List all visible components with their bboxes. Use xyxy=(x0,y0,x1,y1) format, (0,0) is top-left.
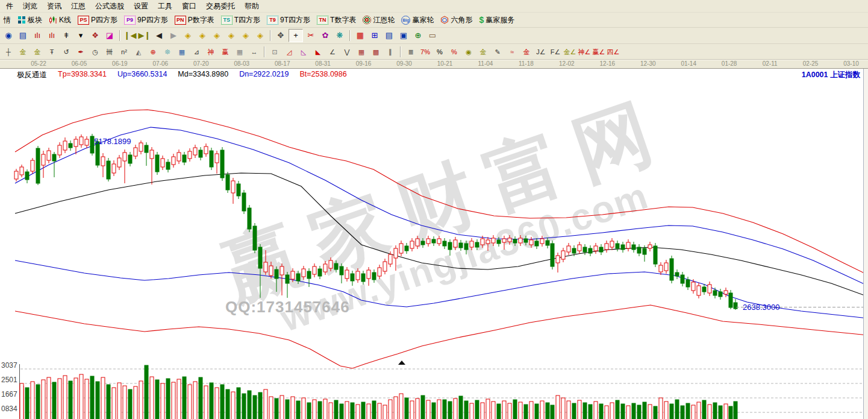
toolbar-item-t-number-table[interactable]: TNT数字表 xyxy=(317,15,356,25)
menu-item-1[interactable]: 浏览 xyxy=(18,1,42,11)
tool-button-cross-tool[interactable]: ┼ xyxy=(2,46,15,58)
tool-button-gold-ruler-1[interactable]: 金 xyxy=(16,46,30,58)
tool-button-gold-lines[interactable]: 金 xyxy=(476,46,490,58)
tool-button-next[interactable]: ▶ xyxy=(167,30,180,42)
tool-button-print[interactable]: ▭ xyxy=(426,30,439,42)
tool-button-mirror[interactable]: ◭ xyxy=(132,46,145,58)
tool-button-comb[interactable]: 卌 xyxy=(103,46,116,58)
tool-button-web[interactable]: ❋ xyxy=(333,30,346,42)
tool-button-calendar[interactable]: ▦ xyxy=(354,30,367,42)
volume-bar xyxy=(605,406,608,419)
tool-button-price-scale[interactable]: ≣ xyxy=(404,46,417,58)
tool-button-first[interactable]: ❙◀ xyxy=(123,30,137,42)
tool-button-box-tool[interactable]: ⊡ xyxy=(268,46,281,58)
toolbar-item-9p-square[interactable]: P99P四方形 xyxy=(124,15,168,25)
tool-button-angle-si[interactable]: 四∠ xyxy=(607,46,620,58)
menu-item-9[interactable]: 帮助 xyxy=(240,1,264,11)
tool-button-angle-ying[interactable]: 赢∠ xyxy=(592,46,605,58)
tool-button-fan-box[interactable]: ◺ xyxy=(297,46,310,58)
tool-button-compass[interactable]: ⊕ xyxy=(146,46,160,58)
tool-button-grid-numbers[interactable]: ▦ xyxy=(233,46,246,58)
tool-button-candle-tool[interactable]: ǂ xyxy=(60,30,73,42)
tool-button-browser[interactable]: ⊕ xyxy=(411,30,425,42)
tool-button-grid-red-1[interactable]: ▦ xyxy=(355,46,368,58)
tool-button-brush[interactable]: ✎ xyxy=(491,46,504,58)
tool-button-gold-circle[interactable]: ◉ xyxy=(462,46,475,58)
tool-button-spiral[interactable]: ↺ xyxy=(60,46,73,58)
toolbar-item-winner-wheel[interactable]: Big赢家轮 xyxy=(401,15,434,25)
chart-canvas[interactable]: 30372501166708345178.18992638.3000 xyxy=(0,69,868,419)
toolbar-item-kline[interactable]: K线 xyxy=(49,15,71,25)
tool-button-diamond-h[interactable]: ◈ xyxy=(210,30,223,42)
toolbar-item-winner-service[interactable]: $赢家服务 xyxy=(479,15,514,25)
tool-button-crosshair[interactable]: + xyxy=(289,29,303,42)
menu-item-8[interactable]: 交易委托 xyxy=(201,1,240,11)
tool-button-diamond-all[interactable]: ◈ xyxy=(254,30,267,42)
tool-button-calculator[interactable]: ⊞ xyxy=(368,30,381,42)
candle-body xyxy=(405,246,408,251)
tool-button-trend-angle[interactable]: ∠ xyxy=(326,46,339,58)
tool-button-angle-shen[interactable]: 神∠ xyxy=(578,46,591,58)
tool-button-find[interactable]: ◉ xyxy=(2,30,15,42)
toolbar-item-p-square[interactable]: PSP四方形 xyxy=(78,15,117,25)
tool-button-k-angle[interactable]: ⊿ xyxy=(190,46,203,58)
tool-button-quote-board[interactable]: ▤ xyxy=(16,30,30,42)
menu-item-2[interactable]: 资讯 xyxy=(42,1,66,11)
tool-button-t-ruler[interactable]: Ŧ xyxy=(45,46,58,58)
tool-button-percent[interactable]: % xyxy=(433,46,446,58)
vertical-scrollbar[interactable] xyxy=(863,69,868,419)
tool-button-prev[interactable]: ◀ xyxy=(152,30,166,42)
tool-button-v-wave[interactable]: ⋁ xyxy=(340,46,354,58)
tool-button-dropdown[interactable]: ▾ xyxy=(74,30,87,42)
menu-item-6[interactable]: 工具 xyxy=(153,1,177,11)
tool-button-fan-lines[interactable]: ◿ xyxy=(283,46,296,58)
tool-button-grid-red-2[interactable]: ▩ xyxy=(369,46,382,58)
tool-button-diamond-left[interactable]: ◈ xyxy=(181,30,195,42)
volume-bar xyxy=(220,385,224,419)
tool-button-ying-tool[interactable]: 赢 xyxy=(219,46,232,58)
tool-button-shen-tool[interactable]: 神 xyxy=(204,46,217,58)
tool-button-h-range[interactable]: ↔ xyxy=(248,46,261,58)
tool-button-clover[interactable]: ✿ xyxy=(319,30,332,42)
toolbar-item-t-square[interactable]: TST四方形 xyxy=(221,15,260,25)
tool-button-last[interactable]: ▶❙ xyxy=(138,30,151,42)
tool-button-notepad[interactable]: ▤ xyxy=(382,30,396,42)
tool-button-color-chart[interactable]: ◪ xyxy=(103,30,116,42)
toolbar-item-9t-square[interactable]: T99T四方形 xyxy=(267,15,310,25)
menu-item-5[interactable]: 设置 xyxy=(129,1,153,11)
tool-button-angle-gold[interactable]: 金∠ xyxy=(563,46,576,58)
tool-button-gold-ruler-2[interactable]: 金 xyxy=(31,46,44,58)
menu-item-7[interactable]: 窗口 xyxy=(177,1,201,11)
toolbar-item-hexagon[interactable]: 六角形 xyxy=(440,15,472,25)
menu-item-0[interactable]: 件 xyxy=(1,1,18,11)
tool-button-parallel[interactable]: ∥ xyxy=(384,46,397,58)
menu-item-3[interactable]: 江恩 xyxy=(66,1,90,11)
toolbar-item-p-number-table[interactable]: PNP数字表 xyxy=(175,15,214,25)
tool-button-gold-box[interactable]: 金 xyxy=(520,46,533,58)
tool-button-web-grid[interactable]: ▦ xyxy=(175,46,189,58)
tool-button-pen[interactable]: ✒ xyxy=(74,46,87,58)
tool-button-fan-fill[interactable]: ◣ xyxy=(311,46,325,58)
tool-button-web-star[interactable]: ❊ xyxy=(161,46,174,58)
tool-button-gauge[interactable]: ◷ xyxy=(89,46,102,58)
tool-button-chart-3[interactable]: ılı xyxy=(31,30,44,42)
toolbar-item-plates[interactable]: 板块 xyxy=(17,15,42,25)
tool-button-percent-lines[interactable]: % xyxy=(448,46,461,58)
tool-button-save[interactable]: ▣ xyxy=(397,30,410,42)
tool-button-angle-j[interactable]: J∠ xyxy=(534,46,548,58)
tool-button-tear-sheet[interactable]: ❖ xyxy=(89,30,102,42)
tool-button-hand[interactable]: ✥ xyxy=(274,30,287,42)
tool-button-angle-f[interactable]: F∠ xyxy=(549,46,562,58)
tool-button-diamond-plus[interactable]: ◈ xyxy=(239,30,252,42)
menu-item-4[interactable]: 公式选股 xyxy=(90,1,129,11)
tool-button-n-squared[interactable]: n² xyxy=(117,46,131,58)
tool-button-measure[interactable]: ✂ xyxy=(304,30,317,42)
volume-bar xyxy=(594,402,598,419)
toolbar-item-gann-wheel[interactable]: 江恩轮 xyxy=(363,15,395,25)
tool-button-arc-band[interactable]: ≈ xyxy=(505,46,519,58)
toolbar-partial-label[interactable]: 情 xyxy=(4,15,11,25)
tool-button-diamond-x[interactable]: ◈ xyxy=(225,30,238,42)
tool-button-chart-9[interactable]: ılı xyxy=(45,30,58,42)
tool-button-diamond-right[interactable]: ◈ xyxy=(196,30,209,42)
tool-button-percent-7[interactable]: 7% xyxy=(419,46,432,58)
